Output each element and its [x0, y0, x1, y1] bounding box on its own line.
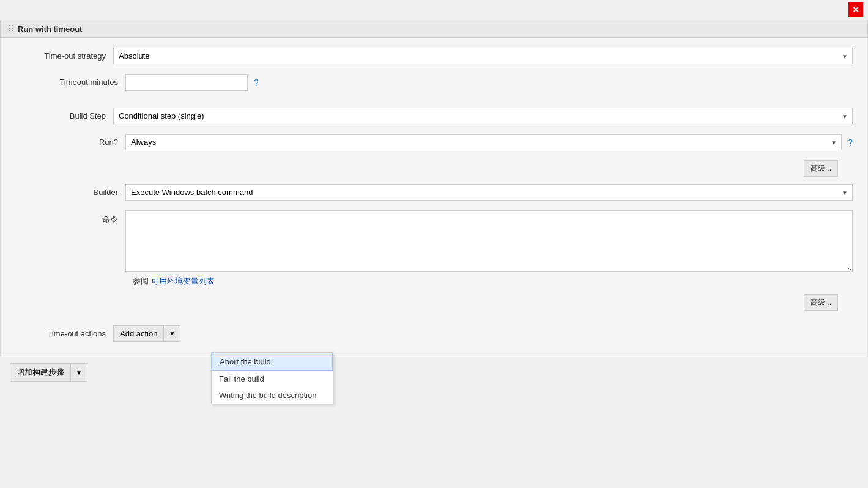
build-step-select-wrapper: Conditional step (single) Execute shell …	[113, 108, 853, 124]
add-build-step-label: 增加构建步骤	[10, 364, 71, 381]
advanced-row-1: 高级...	[15, 160, 853, 177]
add-action-button[interactable]: Add action ▼	[113, 325, 180, 342]
dropdown-item-fail[interactable]: Fail the build	[212, 371, 333, 387]
top-bar: ✕	[0, 0, 868, 20]
timeout-actions-label: Time-out actions	[15, 325, 113, 338]
ref-link-row: 参阅 可用环境变量列表	[40, 276, 853, 287]
timeout-minutes-input[interactable]: 3	[125, 74, 248, 91]
run-question-help-icon[interactable]: ?	[848, 138, 853, 147]
content-area: Time-out strategy Absolute Elastic Likel…	[0, 38, 868, 357]
timeout-strategy-select-wrapper: Absolute Elastic Likeliness	[113, 48, 853, 64]
timeout-strategy-row: Time-out strategy Absolute Elastic Likel…	[15, 48, 853, 64]
advanced-button-2[interactable]: 高级...	[804, 294, 838, 311]
timeout-strategy-control: Absolute Elastic Likeliness	[113, 48, 853, 64]
add-action-label: Add action	[114, 326, 164, 341]
timeout-minutes-help-icon[interactable]: ?	[254, 78, 259, 87]
builder-select[interactable]: Execute Windows batch command Execute sh…	[125, 184, 853, 201]
bottom-bar: 增加构建步骤 ▼	[0, 357, 868, 388]
add-build-step-arrow-icon: ▼	[71, 366, 87, 379]
spacer1	[15, 100, 853, 108]
run-question-label: Run?	[40, 134, 125, 147]
run-question-row: Run? Always Never Condition ?	[40, 134, 853, 150]
command-control	[125, 210, 853, 273]
builder-select-wrapper: Execute Windows batch command Execute sh…	[125, 184, 853, 201]
builder-row: Builder Execute Windows batch command Ex…	[40, 184, 853, 201]
timeout-minutes-row: Timeout minutes 3 ?	[40, 74, 853, 91]
build-step-select[interactable]: Conditional step (single) Execute shell …	[113, 108, 853, 124]
builder-label: Builder	[40, 184, 125, 197]
advanced-button-1[interactable]: 高级...	[804, 160, 838, 177]
dropdown-item-abort[interactable]: Abort the build	[212, 353, 333, 371]
grip-icon: ⠿	[8, 24, 14, 34]
dropdown-item-write-desc[interactable]: Writing the build description	[212, 387, 333, 404]
build-step-label: Build Step	[15, 108, 113, 120]
add-action-dropdown: Abort the build Fail the build Writing t…	[211, 352, 333, 404]
command-textarea[interactable]	[125, 210, 853, 272]
add-action-wrapper: Add action ▼ Abort the build Fail the bu…	[113, 325, 180, 342]
timeout-actions-row: Time-out actions Add action ▼ Abort the …	[15, 318, 853, 347]
close-icon: ✕	[852, 5, 859, 15]
run-question-select-wrapper: Always Never Condition	[125, 134, 842, 150]
env-variables-link[interactable]: 可用环境变量列表	[151, 276, 215, 286]
build-step-control: Conditional step (single) Execute shell …	[113, 108, 853, 124]
close-button[interactable]: ✕	[848, 2, 863, 17]
section-title: Run with timeout	[18, 24, 82, 34]
section-title-bar: ⠿ Run with timeout	[0, 20, 868, 38]
page-wrapper: ✕ ⠿ Run with timeout Time-out strategy A…	[0, 0, 868, 488]
timeout-minutes-label: Timeout minutes	[40, 74, 125, 87]
command-row: 命令	[40, 210, 853, 273]
timeout-strategy-label: Time-out strategy	[15, 48, 113, 61]
add-build-step-button[interactable]: 增加构建步骤 ▼	[10, 363, 87, 382]
timeout-strategy-select[interactable]: Absolute Elastic Likeliness	[113, 48, 853, 64]
ref-link-prefix: 参阅	[133, 276, 149, 286]
builder-control: Execute Windows batch command Execute sh…	[125, 184, 853, 201]
add-action-arrow-icon: ▼	[164, 327, 180, 340]
timeout-minutes-control: 3 ?	[125, 74, 853, 91]
run-question-control: Always Never Condition ?	[125, 134, 853, 150]
command-label: 命令	[40, 210, 125, 225]
build-step-row: Build Step Conditional step (single) Exe…	[15, 108, 853, 124]
advanced-row-2: 高级...	[15, 294, 853, 311]
run-question-select[interactable]: Always Never Condition	[125, 134, 842, 150]
